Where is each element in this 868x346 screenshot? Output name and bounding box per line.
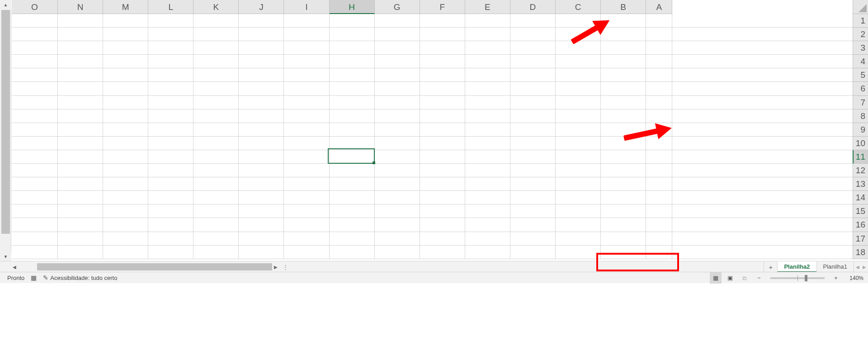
cell-C12[interactable] — [556, 164, 601, 177]
cell-A3[interactable] — [646, 41, 672, 55]
cell-G14[interactable] — [375, 191, 420, 204]
cell-C5[interactable] — [556, 68, 601, 82]
cell-J10[interactable] — [239, 137, 284, 150]
cell-G17[interactable] — [375, 232, 420, 246]
zoom-slider-handle[interactable] — [805, 275, 807, 281]
cell-I2[interactable] — [284, 28, 329, 41]
cell-M4[interactable] — [103, 55, 148, 68]
cell-J3[interactable] — [239, 41, 284, 55]
cell-J9[interactable] — [239, 123, 284, 137]
cell-I1[interactable] — [284, 14, 329, 28]
cell-I11[interactable] — [284, 150, 329, 164]
cell-A10[interactable] — [646, 137, 672, 150]
cell-grid[interactable] — [12, 14, 853, 261]
cell-M12[interactable] — [103, 164, 148, 177]
cell-N6[interactable] — [58, 82, 103, 95]
column-header-E[interactable]: E — [465, 0, 510, 14]
cell-A2[interactable] — [646, 28, 672, 41]
cell-C15[interactable] — [556, 204, 601, 218]
column-header-K[interactable]: K — [193, 0, 239, 14]
cell-J11[interactable] — [239, 150, 284, 164]
cell-H13[interactable] — [330, 177, 375, 191]
cell-J16[interactable] — [239, 218, 284, 232]
cell-N13[interactable] — [58, 177, 103, 191]
cell-N18[interactable] — [58, 246, 103, 259]
tab-nav-buttons[interactable]: ◀▶ — [854, 261, 868, 272]
cell-B7[interactable] — [601, 96, 646, 109]
column-header-G[interactable]: G — [375, 0, 420, 14]
cell-E10[interactable] — [465, 137, 510, 150]
cell-G4[interactable] — [375, 55, 420, 68]
row-header-18[interactable]: 18 — [853, 246, 868, 259]
zoom-slider[interactable] — [770, 277, 825, 279]
row-header-12[interactable]: 12 — [853, 164, 868, 177]
row-header-17[interactable]: 17 — [853, 232, 868, 246]
cell-I5[interactable] — [284, 68, 329, 82]
cell-I12[interactable] — [284, 164, 329, 177]
cell-A9[interactable] — [646, 123, 672, 137]
cell-O1[interactable] — [12, 14, 58, 28]
cell-D17[interactable] — [510, 232, 556, 246]
cell-E12[interactable] — [465, 164, 510, 177]
cell-H14[interactable] — [330, 191, 375, 204]
cell-F7[interactable] — [420, 96, 465, 109]
cell-H17[interactable] — [330, 232, 375, 246]
cell-N15[interactable] — [58, 204, 103, 218]
cell-A8[interactable] — [646, 109, 672, 123]
cell-G1[interactable] — [375, 14, 420, 28]
cell-A6[interactable] — [646, 82, 672, 95]
horizontal-scroll-track[interactable] — [20, 263, 270, 271]
cell-J6[interactable] — [239, 82, 284, 95]
cell-M13[interactable] — [103, 177, 148, 191]
row-header-7[interactable]: 7 — [853, 96, 868, 109]
cell-O15[interactable] — [12, 204, 58, 218]
cell-F12[interactable] — [420, 164, 465, 177]
cell-A13[interactable] — [646, 177, 672, 191]
cell-J7[interactable] — [239, 96, 284, 109]
column-header-M[interactable]: M — [103, 0, 148, 14]
cell-C9[interactable] — [556, 123, 601, 137]
cell-L1[interactable] — [148, 14, 193, 28]
cell-B3[interactable] — [601, 41, 646, 55]
cell-F14[interactable] — [420, 191, 465, 204]
cell-E14[interactable] — [465, 191, 510, 204]
cell-K15[interactable] — [193, 204, 239, 218]
cell-B11[interactable] — [601, 150, 646, 164]
cell-F16[interactable] — [420, 218, 465, 232]
cell-L4[interactable] — [148, 55, 193, 68]
cell-A11[interactable] — [646, 150, 672, 164]
cell-I15[interactable] — [284, 204, 329, 218]
cell-B2[interactable] — [601, 28, 646, 41]
cell-C6[interactable] — [556, 82, 601, 95]
cell-O2[interactable] — [12, 28, 58, 41]
cell-N2[interactable] — [58, 28, 103, 41]
cell-B12[interactable] — [601, 164, 646, 177]
cell-H16[interactable] — [330, 218, 375, 232]
cell-G16[interactable] — [375, 218, 420, 232]
cell-D7[interactable] — [510, 96, 556, 109]
cell-M5[interactable] — [103, 68, 148, 82]
cell-C8[interactable] — [556, 109, 601, 123]
sheet-tab-planilha1[interactable]: Planilha1 — [816, 261, 854, 272]
column-header-D[interactable]: D — [510, 0, 556, 14]
cell-L11[interactable] — [148, 150, 193, 164]
cell-I6[interactable] — [284, 82, 329, 95]
cell-E1[interactable] — [465, 14, 510, 28]
cell-M11[interactable] — [103, 150, 148, 164]
cell-F18[interactable] — [420, 246, 465, 259]
cell-F1[interactable] — [420, 14, 465, 28]
cell-J2[interactable] — [239, 28, 284, 41]
cell-O3[interactable] — [12, 41, 58, 55]
cell-D16[interactable] — [510, 218, 556, 232]
cell-L2[interactable] — [148, 28, 193, 41]
cell-M18[interactable] — [103, 246, 148, 259]
column-header-F[interactable]: F — [420, 0, 465, 14]
cell-N14[interactable] — [58, 191, 103, 204]
cell-G9[interactable] — [375, 123, 420, 137]
cell-G18[interactable] — [375, 246, 420, 259]
cell-H12[interactable] — [330, 164, 375, 177]
cell-H7[interactable] — [330, 96, 375, 109]
cell-L9[interactable] — [148, 123, 193, 137]
cell-E15[interactable] — [465, 204, 510, 218]
cell-N12[interactable] — [58, 164, 103, 177]
